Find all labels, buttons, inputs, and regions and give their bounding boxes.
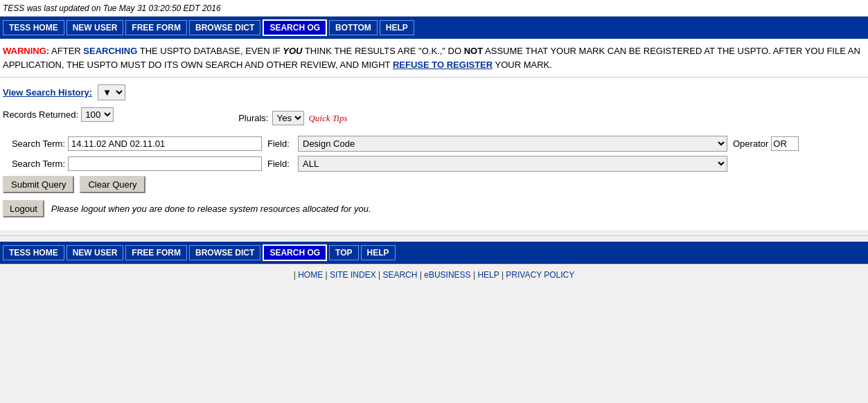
records-label: Records Returned:: [3, 109, 78, 120]
button-row: Submit Query Clear Query: [3, 176, 865, 193]
logout-message: Please logout when you are done to relea…: [51, 204, 371, 214]
bottom-nav-help[interactable]: Help: [361, 245, 396, 260]
searching-text: SEARCHING: [83, 46, 137, 56]
submit-query-button[interactable]: Submit Query: [3, 176, 74, 193]
bottom-nav-bar: TESS Home New User Free Form Browse Dict…: [0, 242, 868, 264]
bottom-nav-top[interactable]: Top: [329, 245, 358, 260]
warning-label: WARNING:: [3, 46, 49, 56]
field-label-1: Field:: [267, 138, 295, 149]
warning-section: WARNING: AFTER SEARCHING THE USPTO DATAB…: [0, 39, 868, 78]
records-select[interactable]: 100: [81, 107, 114, 122]
search-term-label-2: Search Term:: [3, 159, 65, 169]
warning-text-2: THE USPTO DATABASE, EVEN IF: [140, 46, 283, 56]
footer-home-link[interactable]: HOME: [298, 270, 323, 280]
footer-links: | HOME | SITE INDEX | SEARCH | eBUSINESS…: [6, 270, 862, 280]
footer: | HOME | SITE INDEX | SEARCH | eBUSINESS…: [0, 264, 868, 285]
not-text: NOT: [464, 46, 483, 56]
nav-browse-dict[interactable]: Browse Dict: [189, 20, 260, 35]
bottom-nav-tess-home[interactable]: TESS Home: [3, 245, 64, 260]
footer-search-link[interactable]: SEARCH: [382, 270, 417, 280]
warning-text-1: AFTER: [51, 46, 83, 56]
bottom-nav-new-user[interactable]: New User: [67, 245, 124, 260]
nav-tess-home[interactable]: TESS Home: [3, 20, 64, 35]
plurals-label: Plurals:: [238, 113, 268, 123]
logout-row: Logout Please logout when you are done t…: [3, 200, 865, 217]
divider: [0, 235, 868, 236]
field-label-2: Field:: [267, 159, 295, 169]
bottom-nav-browse-dict[interactable]: Browse Dict: [189, 245, 260, 260]
search-term-label-1: Search Term:: [3, 138, 65, 149]
bottom-nav-search-og[interactable]: Search OG: [263, 244, 327, 261]
clear-query-button[interactable]: Clear Query: [80, 176, 145, 193]
field-select-1[interactable]: Design Code ALL Serial Number Registrati…: [298, 136, 727, 152]
search-term-input-2[interactable]: [68, 156, 262, 171]
logout-button[interactable]: Logout: [3, 200, 44, 217]
records-row: Records Returned: 100: [3, 107, 114, 122]
footer-help-link[interactable]: HELP: [477, 270, 499, 280]
operator-input[interactable]: [771, 136, 799, 151]
warning-text-3: THINK THE RESULTS ARE "O.K.," DO: [305, 46, 464, 56]
footer-ebusiness-link[interactable]: eBUSINESS: [424, 270, 470, 280]
nav-help[interactable]: Help: [380, 20, 414, 35]
plurals-select[interactable]: Yes No: [272, 111, 304, 125]
footer-site-index-link[interactable]: SITE INDEX: [330, 270, 376, 280]
bottom-nav-free-form[interactable]: Free Form: [125, 245, 187, 260]
nav-bottom[interactable]: Bottom: [329, 20, 378, 35]
search-term-input-1[interactable]: [68, 136, 262, 151]
nav-free-form[interactable]: Free Form: [125, 20, 187, 35]
nav-new-user[interactable]: New User: [67, 20, 124, 35]
top-bar: TESS was last updated on Tue May 31 03:2…: [0, 0, 868, 17]
field-select-2[interactable]: ALL Design Code Serial Number Registrati…: [298, 156, 727, 172]
nav-search-og[interactable]: Search OG: [263, 19, 327, 36]
operator-label: Operator: [733, 138, 768, 149]
search-history-row: View Search History: ▼: [3, 84, 865, 100]
you-text: YOU: [283, 46, 302, 56]
main-content: View Search History: ▼ Records Returned:…: [0, 78, 868, 230]
footer-privacy-link[interactable]: PRIVACY POLICY: [506, 270, 574, 280]
view-search-history-link[interactable]: View Search History:: [3, 87, 92, 98]
history-dropdown[interactable]: ▼: [98, 84, 125, 100]
top-nav-bar: TESS Home New User Free Form Browse Dict…: [0, 17, 868, 39]
quick-tips[interactable]: Quick Tips: [308, 113, 347, 124]
update-text: TESS was last updated on Tue May 31 03:2…: [3, 3, 221, 13]
warning-text-5: YOUR MARK.: [495, 60, 552, 70]
refuse-link[interactable]: REFUSE TO REGISTER: [393, 60, 493, 70]
